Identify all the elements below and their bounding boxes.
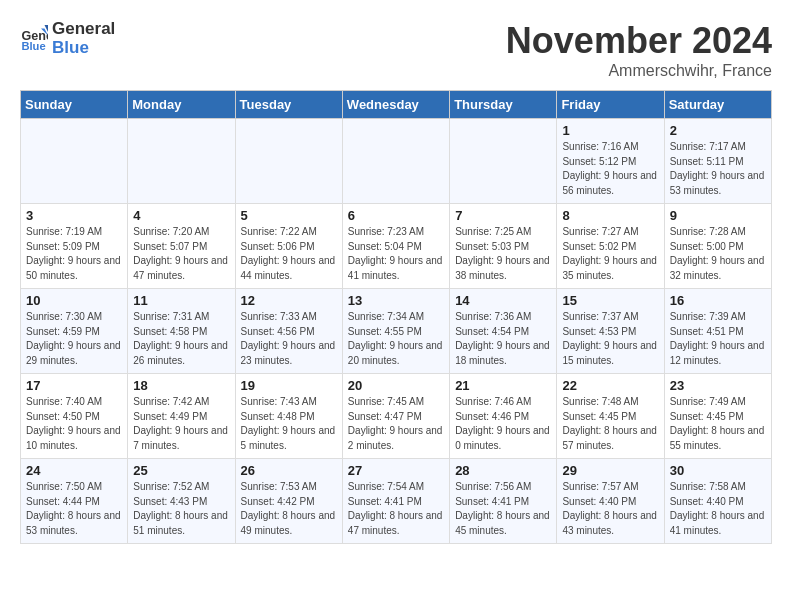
day-number: 19: [241, 378, 337, 393]
calendar-cell: 22Sunrise: 7:48 AM Sunset: 4:45 PM Dayli…: [557, 374, 664, 459]
calendar-cell: 2Sunrise: 7:17 AM Sunset: 5:11 PM Daylig…: [664, 119, 771, 204]
day-number: 13: [348, 293, 444, 308]
day-number: 7: [455, 208, 551, 223]
day-info: Sunrise: 7:48 AM Sunset: 4:45 PM Dayligh…: [562, 395, 658, 453]
day-info: Sunrise: 7:46 AM Sunset: 4:46 PM Dayligh…: [455, 395, 551, 453]
calendar-cell: 17Sunrise: 7:40 AM Sunset: 4:50 PM Dayli…: [21, 374, 128, 459]
calendar-cell: 5Sunrise: 7:22 AM Sunset: 5:06 PM Daylig…: [235, 204, 342, 289]
page-header: General Blue General Blue November 2024 …: [20, 20, 772, 80]
location-title: Ammerschwihr, France: [506, 62, 772, 80]
calendar-cell: 26Sunrise: 7:53 AM Sunset: 4:42 PM Dayli…: [235, 459, 342, 544]
weekday-header: Sunday: [21, 91, 128, 119]
day-info: Sunrise: 7:42 AM Sunset: 4:49 PM Dayligh…: [133, 395, 229, 453]
day-info: Sunrise: 7:50 AM Sunset: 4:44 PM Dayligh…: [26, 480, 122, 538]
day-info: Sunrise: 7:39 AM Sunset: 4:51 PM Dayligh…: [670, 310, 766, 368]
calendar-cell: 7Sunrise: 7:25 AM Sunset: 5:03 PM Daylig…: [450, 204, 557, 289]
calendar-cell: [450, 119, 557, 204]
day-info: Sunrise: 7:23 AM Sunset: 5:04 PM Dayligh…: [348, 225, 444, 283]
day-info: Sunrise: 7:53 AM Sunset: 4:42 PM Dayligh…: [241, 480, 337, 538]
calendar-cell: 28Sunrise: 7:56 AM Sunset: 4:41 PM Dayli…: [450, 459, 557, 544]
day-info: Sunrise: 7:49 AM Sunset: 4:45 PM Dayligh…: [670, 395, 766, 453]
day-number: 18: [133, 378, 229, 393]
calendar-cell: 9Sunrise: 7:28 AM Sunset: 5:00 PM Daylig…: [664, 204, 771, 289]
calendar-cell: 21Sunrise: 7:46 AM Sunset: 4:46 PM Dayli…: [450, 374, 557, 459]
calendar-cell: 4Sunrise: 7:20 AM Sunset: 5:07 PM Daylig…: [128, 204, 235, 289]
day-number: 20: [348, 378, 444, 393]
day-number: 22: [562, 378, 658, 393]
calendar-cell: [342, 119, 449, 204]
calendar-cell: 12Sunrise: 7:33 AM Sunset: 4:56 PM Dayli…: [235, 289, 342, 374]
day-number: 4: [133, 208, 229, 223]
calendar-cell: 24Sunrise: 7:50 AM Sunset: 4:44 PM Dayli…: [21, 459, 128, 544]
calendar-cell: 15Sunrise: 7:37 AM Sunset: 4:53 PM Dayli…: [557, 289, 664, 374]
calendar-cell: 25Sunrise: 7:52 AM Sunset: 4:43 PM Dayli…: [128, 459, 235, 544]
calendar-week-row: 17Sunrise: 7:40 AM Sunset: 4:50 PM Dayli…: [21, 374, 772, 459]
calendar-week-row: 24Sunrise: 7:50 AM Sunset: 4:44 PM Dayli…: [21, 459, 772, 544]
calendar-cell: 3Sunrise: 7:19 AM Sunset: 5:09 PM Daylig…: [21, 204, 128, 289]
day-info: Sunrise: 7:28 AM Sunset: 5:00 PM Dayligh…: [670, 225, 766, 283]
calendar-cell: [128, 119, 235, 204]
calendar-cell: 13Sunrise: 7:34 AM Sunset: 4:55 PM Dayli…: [342, 289, 449, 374]
calendar-cell: 10Sunrise: 7:30 AM Sunset: 4:59 PM Dayli…: [21, 289, 128, 374]
calendar-cell: 14Sunrise: 7:36 AM Sunset: 4:54 PM Dayli…: [450, 289, 557, 374]
day-info: Sunrise: 7:16 AM Sunset: 5:12 PM Dayligh…: [562, 140, 658, 198]
day-info: Sunrise: 7:22 AM Sunset: 5:06 PM Dayligh…: [241, 225, 337, 283]
day-info: Sunrise: 7:20 AM Sunset: 5:07 PM Dayligh…: [133, 225, 229, 283]
logo: General Blue General Blue: [20, 20, 115, 57]
day-info: Sunrise: 7:30 AM Sunset: 4:59 PM Dayligh…: [26, 310, 122, 368]
day-number: 15: [562, 293, 658, 308]
svg-text:Blue: Blue: [21, 40, 45, 52]
calendar-cell: [21, 119, 128, 204]
day-number: 1: [562, 123, 658, 138]
calendar-cell: 11Sunrise: 7:31 AM Sunset: 4:58 PM Dayli…: [128, 289, 235, 374]
weekday-header-row: SundayMondayTuesdayWednesdayThursdayFrid…: [21, 91, 772, 119]
weekday-header: Saturday: [664, 91, 771, 119]
day-info: Sunrise: 7:40 AM Sunset: 4:50 PM Dayligh…: [26, 395, 122, 453]
day-number: 6: [348, 208, 444, 223]
day-info: Sunrise: 7:34 AM Sunset: 4:55 PM Dayligh…: [348, 310, 444, 368]
weekday-header: Tuesday: [235, 91, 342, 119]
day-number: 16: [670, 293, 766, 308]
calendar-cell: 30Sunrise: 7:58 AM Sunset: 4:40 PM Dayli…: [664, 459, 771, 544]
day-number: 9: [670, 208, 766, 223]
day-number: 30: [670, 463, 766, 478]
day-number: 5: [241, 208, 337, 223]
calendar-cell: 27Sunrise: 7:54 AM Sunset: 4:41 PM Dayli…: [342, 459, 449, 544]
calendar-week-row: 10Sunrise: 7:30 AM Sunset: 4:59 PM Dayli…: [21, 289, 772, 374]
calendar-cell: 8Sunrise: 7:27 AM Sunset: 5:02 PM Daylig…: [557, 204, 664, 289]
day-info: Sunrise: 7:57 AM Sunset: 4:40 PM Dayligh…: [562, 480, 658, 538]
weekday-header: Thursday: [450, 91, 557, 119]
day-number: 10: [26, 293, 122, 308]
day-number: 12: [241, 293, 337, 308]
day-number: 8: [562, 208, 658, 223]
day-number: 3: [26, 208, 122, 223]
day-info: Sunrise: 7:19 AM Sunset: 5:09 PM Dayligh…: [26, 225, 122, 283]
month-title: November 2024: [506, 20, 772, 62]
calendar-cell: 18Sunrise: 7:42 AM Sunset: 4:49 PM Dayli…: [128, 374, 235, 459]
calendar-cell: 1Sunrise: 7:16 AM Sunset: 5:12 PM Daylig…: [557, 119, 664, 204]
day-number: 24: [26, 463, 122, 478]
logo-blue-text: Blue: [52, 39, 115, 58]
day-info: Sunrise: 7:25 AM Sunset: 5:03 PM Dayligh…: [455, 225, 551, 283]
calendar-cell: 19Sunrise: 7:43 AM Sunset: 4:48 PM Dayli…: [235, 374, 342, 459]
weekday-header: Friday: [557, 91, 664, 119]
calendar-cell: 6Sunrise: 7:23 AM Sunset: 5:04 PM Daylig…: [342, 204, 449, 289]
day-info: Sunrise: 7:54 AM Sunset: 4:41 PM Dayligh…: [348, 480, 444, 538]
calendar-cell: 20Sunrise: 7:45 AM Sunset: 4:47 PM Dayli…: [342, 374, 449, 459]
calendar-cell: 29Sunrise: 7:57 AM Sunset: 4:40 PM Dayli…: [557, 459, 664, 544]
day-number: 23: [670, 378, 766, 393]
day-number: 29: [562, 463, 658, 478]
day-info: Sunrise: 7:56 AM Sunset: 4:41 PM Dayligh…: [455, 480, 551, 538]
day-number: 28: [455, 463, 551, 478]
title-block: November 2024 Ammerschwihr, France: [506, 20, 772, 80]
day-number: 14: [455, 293, 551, 308]
weekday-header: Monday: [128, 91, 235, 119]
day-info: Sunrise: 7:58 AM Sunset: 4:40 PM Dayligh…: [670, 480, 766, 538]
day-info: Sunrise: 7:31 AM Sunset: 4:58 PM Dayligh…: [133, 310, 229, 368]
day-number: 25: [133, 463, 229, 478]
day-number: 2: [670, 123, 766, 138]
day-info: Sunrise: 7:43 AM Sunset: 4:48 PM Dayligh…: [241, 395, 337, 453]
day-number: 21: [455, 378, 551, 393]
calendar-cell: [235, 119, 342, 204]
logo-icon: General Blue: [20, 25, 48, 53]
